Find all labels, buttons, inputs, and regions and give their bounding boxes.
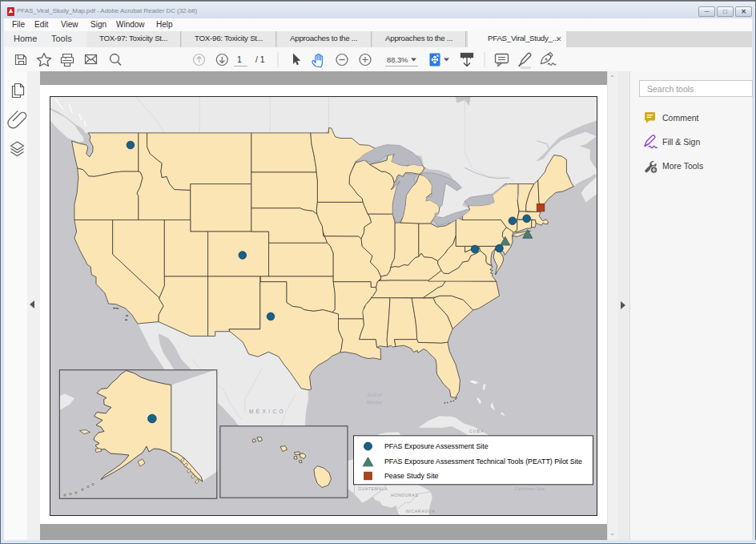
- svg-text:GUATEMALA: GUATEMALA: [358, 486, 388, 491]
- svg-text:Caribbean Sea: Caribbean Sea: [515, 486, 545, 491]
- svg-text:PFAS Exposure Assessment Site: PFAS Exposure Assessment Site: [384, 442, 489, 450]
- svg-text:Gulf of: Gulf of: [368, 393, 383, 397]
- svg-text:Pease Study Site: Pease Study Site: [384, 472, 439, 480]
- svg-text:Mexico: Mexico: [367, 400, 383, 405]
- svg-text:NICARAGUA: NICARAGUA: [406, 509, 435, 514]
- svg-text:HONDURAS: HONDURAS: [391, 493, 419, 498]
- svg-text:CUBA: CUBA: [469, 429, 484, 433]
- svg-text:1: 1: [237, 54, 242, 64]
- svg-text:Comment: Comment: [662, 113, 699, 123]
- svg-text:Fill & Sign: Fill & Sign: [662, 137, 700, 147]
- svg-text:/ 1: / 1: [255, 54, 265, 64]
- svg-text:More Tools: More Tools: [662, 161, 703, 171]
- svg-text:MÉXICO: MÉXICO: [249, 408, 286, 414]
- svg-text:88.3%: 88.3%: [387, 56, 408, 64]
- svg-text:PFAS Exposure Assessment Techn: PFAS Exposure Assessment Technical Tools…: [384, 457, 582, 465]
